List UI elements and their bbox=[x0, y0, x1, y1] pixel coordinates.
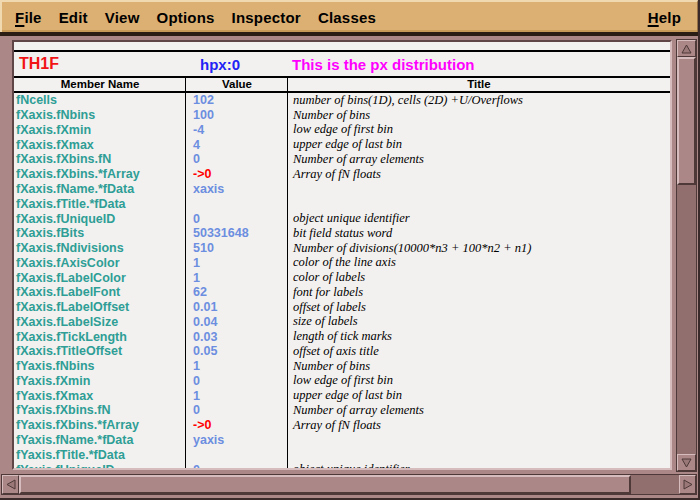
object-title-label: This is the px distribution bbox=[288, 56, 670, 73]
member-value-cell: -4 bbox=[186, 123, 288, 137]
member-value-cell: 1 bbox=[186, 359, 288, 373]
member-name-cell: fYaxis.fXmax bbox=[14, 389, 186, 403]
member-name-cell: fXaxis.fXbins.*fArray bbox=[14, 167, 186, 181]
menu-file[interactable]: File bbox=[15, 9, 42, 26]
column-divider bbox=[185, 78, 186, 468]
member-value-cell: 0.01 bbox=[186, 300, 288, 314]
member-name-cell: fXaxis.fTickLength bbox=[14, 330, 186, 344]
column-header-row: Member Name Value Title bbox=[14, 78, 670, 93]
object-header-band: TH1F hpx:0 This is the px distribution bbox=[14, 52, 670, 78]
member-title-cell: Number of array elements bbox=[288, 152, 670, 167]
scroll-up-button[interactable] bbox=[677, 40, 696, 57]
horizontal-scrollbar-track[interactable] bbox=[19, 475, 679, 494]
member-name-cell: fXaxis.fXmin bbox=[14, 123, 186, 137]
member-name-cell: fXaxis.fLabelFont bbox=[14, 285, 186, 299]
member-row[interactable]: fXaxis.fUniqueID0object unique identifie… bbox=[14, 211, 670, 226]
member-row[interactable]: fXaxis.fXbins.*fArray->0Array of fN floa… bbox=[14, 167, 670, 182]
member-row[interactable]: fXaxis.fLabelFont62font for labels bbox=[14, 285, 670, 300]
scroll-left-button[interactable] bbox=[2, 475, 19, 494]
member-name-cell: fXaxis.fTitle.*fData bbox=[14, 197, 186, 211]
inspector-window: FileEditViewOptionsInspectorClasses Help… bbox=[0, 0, 700, 500]
member-title-cell: color of the line axis bbox=[288, 255, 670, 270]
member-title-cell: low edge of first bin bbox=[288, 122, 670, 137]
column-header-title: Title bbox=[288, 78, 670, 91]
member-row[interactable]: fXaxis.fLabelSize0.04size of labels bbox=[14, 314, 670, 329]
member-value-cell: 50331648 bbox=[186, 226, 288, 240]
member-value-cell: yaxis bbox=[186, 433, 288, 447]
member-title-cell: length of tick marks bbox=[288, 329, 670, 344]
member-name-cell: fXaxis.fXmax bbox=[14, 138, 186, 152]
member-title-cell: offset of labels bbox=[288, 300, 670, 315]
scroll-right-button[interactable] bbox=[679, 475, 696, 494]
member-name-cell: fYaxis.fNbins bbox=[14, 359, 186, 373]
member-row[interactable]: fXaxis.fLabelColor1color of labels bbox=[14, 270, 670, 285]
horizontal-scrollbar-thumb[interactable] bbox=[19, 475, 631, 494]
member-title-cell: bit field status word bbox=[288, 226, 670, 241]
member-value-cell: xaxis bbox=[186, 182, 288, 196]
member-value-cell: 510 bbox=[186, 241, 288, 255]
member-row[interactable]: fXaxis.fNdivisions510Number of divisions… bbox=[14, 241, 670, 256]
member-title-cell: size of labels bbox=[288, 314, 670, 329]
member-title-cell: offset of axis title bbox=[288, 344, 670, 359]
member-title-cell: object unique identifier bbox=[288, 211, 670, 226]
member-table: TH1F hpx:0 This is the px distribution M… bbox=[14, 50, 670, 468]
member-row[interactable]: fYaxis.fNbins1Number of bins bbox=[14, 359, 670, 374]
member-value-cell: 62 bbox=[186, 285, 288, 299]
member-row[interactable]: fXaxis.fLabelOffset0.01offset of labels bbox=[14, 300, 670, 315]
member-row[interactable]: fXaxis.fNbins100Number of bins bbox=[14, 108, 670, 123]
member-row[interactable]: fYaxis.fName.*fDatayaxis bbox=[14, 433, 670, 448]
member-row[interactable]: fNcells102number of bins(1D), cells (2D)… bbox=[14, 93, 670, 108]
member-title-cell: Number of divisions(10000*n3 + 100*n2 + … bbox=[288, 241, 670, 256]
menu-bar: FileEditViewOptionsInspectorClasses Help bbox=[0, 0, 698, 32]
menu-classes[interactable]: Classes bbox=[318, 9, 376, 26]
menu-edit[interactable]: Edit bbox=[59, 9, 88, 26]
member-row[interactable]: fYaxis.fXbins.*fArray->0Array of fN floa… bbox=[14, 418, 670, 433]
member-row[interactable]: fXaxis.fXbins.fN0Number of array element… bbox=[14, 152, 670, 167]
member-value-cell: 0.03 bbox=[186, 330, 288, 344]
member-title-cell: upper edge of last bin bbox=[288, 388, 670, 403]
scroll-down-button[interactable] bbox=[677, 454, 696, 471]
column-header-member-name: Member Name bbox=[14, 78, 186, 91]
member-row[interactable]: fXaxis.fXmin-4low edge of first bin bbox=[14, 123, 670, 138]
member-row[interactable]: fXaxis.fTitleOffset0.05offset of axis ti… bbox=[14, 344, 670, 359]
menu-options[interactable]: Options bbox=[157, 9, 215, 26]
menu-separator bbox=[0, 32, 698, 36]
member-value-cell: 0 bbox=[186, 212, 288, 226]
menu-inspector[interactable]: Inspector bbox=[232, 9, 301, 26]
scroll-down-icon bbox=[681, 458, 692, 468]
menu-view[interactable]: View bbox=[105, 9, 140, 26]
member-title-cell: low edge of first bin bbox=[288, 373, 670, 388]
column-header-value: Value bbox=[186, 78, 288, 91]
menu-bar-items: FileEditViewOptionsInspectorClasses bbox=[2, 9, 376, 26]
member-value-cell: 0 bbox=[186, 374, 288, 388]
scroll-up-icon bbox=[681, 44, 692, 54]
member-row[interactable]: fXaxis.fAxisColor1color of the line axis bbox=[14, 255, 670, 270]
member-row[interactable]: fYaxis.fUniqueID0object unique identifie… bbox=[14, 462, 670, 468]
member-row[interactable]: fYaxis.fXmax1upper edge of last bin bbox=[14, 388, 670, 403]
member-value-cell: 102 bbox=[186, 93, 288, 107]
member-name-cell: fNcells bbox=[14, 93, 186, 107]
member-row[interactable]: fXaxis.fTickLength0.03length of tick mar… bbox=[14, 329, 670, 344]
member-row[interactable]: fYaxis.fTitle.*fData bbox=[14, 447, 670, 462]
vertical-scrollbar-track[interactable] bbox=[677, 57, 696, 454]
member-row[interactable]: fXaxis.fName.*fDataxaxis bbox=[14, 182, 670, 197]
object-name-label: hpx:0 bbox=[186, 56, 288, 73]
vertical-scrollbar-thumb[interactable] bbox=[677, 57, 696, 185]
member-name-cell: fXaxis.fNdivisions bbox=[14, 241, 186, 255]
member-row[interactable]: fXaxis.fTitle.*fData bbox=[14, 196, 670, 211]
member-row[interactable]: fYaxis.fXmin0low edge of first bin bbox=[14, 374, 670, 389]
member-name-cell: fXaxis.fTitleOffset bbox=[14, 344, 186, 358]
member-title-cell: font for labels bbox=[288, 285, 670, 300]
inspector-panel: TH1F hpx:0 This is the px distribution M… bbox=[12, 40, 672, 470]
member-value-cell: ->0 bbox=[186, 418, 288, 432]
horizontal-scrollbar bbox=[1, 474, 697, 495]
menu-help[interactable]: Help bbox=[648, 9, 681, 26]
member-row[interactable]: fXaxis.fXmax4upper edge of last bin bbox=[14, 137, 670, 152]
member-row[interactable]: fYaxis.fXbins.fN0Number of array element… bbox=[14, 403, 670, 418]
member-value-cell: 0 bbox=[186, 403, 288, 417]
member-row[interactable]: fXaxis.fBits50331648bit field status wor… bbox=[14, 226, 670, 241]
member-name-cell: fYaxis.fXbins.*fArray bbox=[14, 418, 186, 432]
member-value-cell: 0.05 bbox=[186, 344, 288, 358]
member-value-cell: 4 bbox=[186, 138, 288, 152]
member-value-cell: ->0 bbox=[186, 167, 288, 181]
